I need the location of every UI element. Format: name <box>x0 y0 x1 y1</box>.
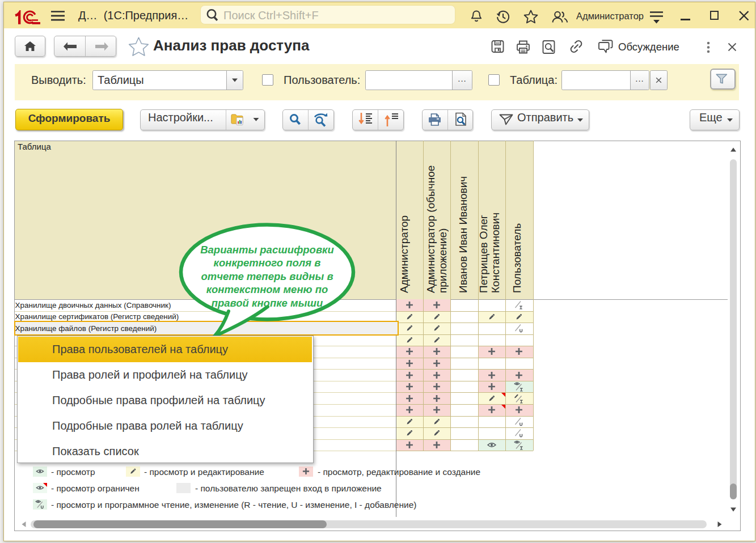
svg-text:контекстном меню по: контекстном меню по <box>206 283 328 295</box>
svg-text:правой кнопке мыши: правой кнопке мыши <box>212 297 323 309</box>
svg-text:Варианты расшифровки: Варианты расшифровки <box>200 244 334 256</box>
svg-text:конкретного поля в: конкретного поля в <box>214 257 321 269</box>
svg-text:отчете теперь видны в: отчете теперь видны в <box>201 270 333 282</box>
